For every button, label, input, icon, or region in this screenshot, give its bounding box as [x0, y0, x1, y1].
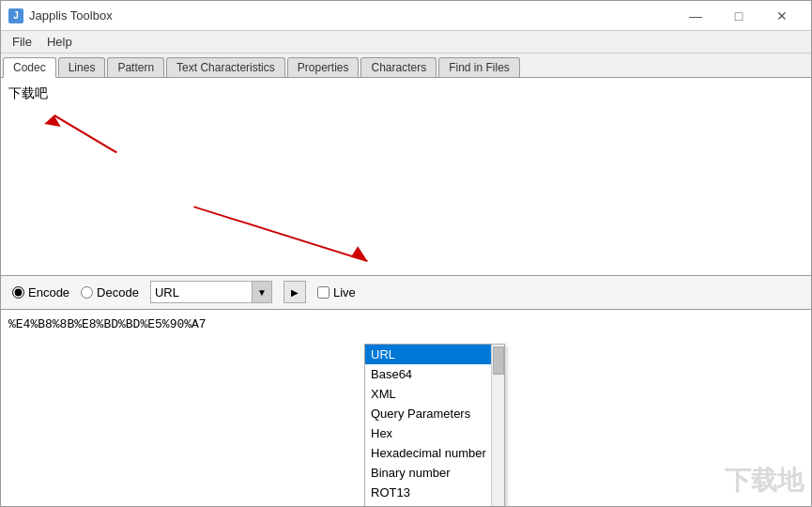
codec-select[interactable]: URL Base64 XML Query Parameters Hex Hexa… [150, 281, 272, 303]
main-content: Encode Decode URL Base64 XML Query Param… [1, 78, 811, 506]
control-bar: Encode Decode URL Base64 XML Query Param… [1, 276, 811, 310]
dropdown-item-rot13[interactable]: ROT13 [365, 483, 504, 502]
menu-help[interactable]: Help [39, 33, 80, 51]
decode-label: Decode [97, 285, 139, 300]
encode-label: Encode [28, 285, 69, 300]
menu-bar: File Help [1, 31, 811, 54]
title-bar: J Japplis Toolbox — □ ✕ [1, 1, 811, 31]
minimize-button[interactable]: — [674, 1, 717, 31]
codec-dropdown-list: URL Base64 XML Query Parameters Hex Hexa… [364, 344, 505, 507]
tab-pattern[interactable]: Pattern [107, 57, 164, 77]
dropdown-scrollbar[interactable] [491, 345, 504, 507]
encode-radio-label[interactable]: Encode [12, 285, 69, 300]
live-label: Live [333, 285, 356, 300]
dropdown-item-hex[interactable]: Hex [365, 423, 504, 443]
tab-find-in-files[interactable]: Find in Files [438, 57, 520, 77]
input-textarea[interactable] [1, 78, 811, 275]
dropdown-item-rot47[interactable]: ROT47 [365, 502, 504, 507]
menu-file[interactable]: File [5, 33, 39, 51]
tab-lines[interactable]: Lines [58, 57, 106, 77]
encode-decode-group: Encode Decode [12, 285, 139, 300]
dropdown-item-xml[interactable]: XML [365, 384, 504, 404]
close-button[interactable]: ✕ [760, 1, 804, 31]
maximize-button[interactable]: □ [717, 1, 760, 31]
app-icon: J [8, 8, 23, 23]
tab-bar: Codec Lines Pattern Text Characteristics… [1, 54, 811, 78]
tab-properties[interactable]: Properties [287, 57, 360, 77]
live-checkbox[interactable] [317, 286, 329, 299]
main-window: J Japplis Toolbox — □ ✕ File Help Codec … [0, 0, 812, 507]
dropdown-item-hexnum[interactable]: Hexadecimal number [365, 443, 504, 463]
tab-text-characteristics[interactable]: Text Characteristics [166, 57, 285, 77]
window-controls: — □ ✕ [674, 1, 804, 31]
encode-radio[interactable] [12, 286, 24, 299]
codec-dropdown-wrapper: URL Base64 XML Query Parameters Hex Hexa… [150, 281, 272, 303]
dropdown-item-query[interactable]: Query Parameters [365, 404, 504, 423]
decode-radio-label[interactable]: Decode [81, 285, 139, 300]
upper-panel [1, 78, 811, 276]
live-checkbox-label[interactable]: Live [317, 285, 356, 300]
play-button[interactable]: ▶ [283, 281, 306, 303]
decode-radio[interactable] [81, 286, 93, 299]
window-title: Japplis Toolbox [29, 8, 674, 23]
scroll-thumb [493, 346, 504, 375]
tab-characters[interactable]: Characters [360, 57, 437, 77]
tab-codec[interactable]: Codec [3, 57, 56, 78]
lower-panel: URL Base64 XML Query Parameters Hex Hexa… [1, 310, 811, 507]
dropdown-item-base64[interactable]: Base64 [365, 364, 504, 384]
dropdown-item-url[interactable]: URL [365, 345, 504, 364]
dropdown-item-binary[interactable]: Binary number [365, 463, 504, 483]
